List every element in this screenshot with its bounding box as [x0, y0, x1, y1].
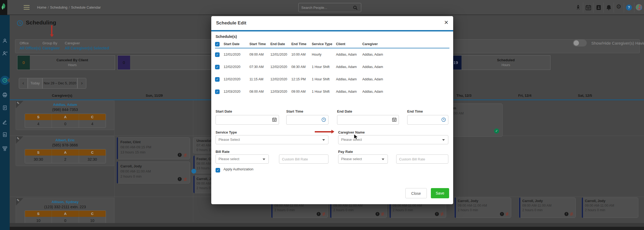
appointment-card[interactable]: Carroll, Jody 09:00 AM-11:00 AM 2 hours …	[116, 161, 190, 184]
calendar-icon[interactable]	[272, 117, 277, 122]
schedules-label: Schedule(s)	[216, 34, 237, 39]
breadcrumb-scheduling[interactable]: Scheduling	[50, 5, 67, 9]
sidebar-item-billing[interactable]	[2, 92, 8, 98]
apply-authorization-checkbox[interactable]: ✓	[216, 168, 220, 172]
end-date-label: End Date	[337, 109, 352, 113]
row-checkbox[interactable]: ✓	[215, 52, 220, 57]
date-range-button[interactable]: Nov 29 – Dec 5, 2020	[42, 78, 77, 89]
cell-service-type: 1 Hour Shift	[312, 65, 336, 69]
card-time: 09:00 AM-11:00 AM	[458, 203, 509, 208]
divider	[614, 2, 614, 13]
stat-col-s: S	[25, 149, 52, 156]
today-button[interactable]: Today	[28, 78, 42, 89]
divider	[583, 2, 583, 13]
show-hide-caregivers-toggle[interactable]	[573, 39, 587, 46]
profile-avatar[interactable]	[635, 4, 642, 11]
repeat-icon	[321, 212, 326, 216]
sidebar-item-signatures[interactable]	[2, 119, 8, 124]
chevron-down-icon	[322, 139, 325, 141]
help-icon[interactable]: ?	[626, 5, 632, 10]
card-accent	[519, 197, 520, 218]
pay-rate-select[interactable]: Please select	[338, 154, 388, 164]
cell-client: Addlas, Adam	[336, 65, 362, 69]
search-input[interactable]	[301, 4, 352, 11]
clock-icon[interactable]	[321, 117, 326, 122]
left-nav-sidebar	[0, 15, 10, 230]
close-icon[interactable]: ×	[444, 18, 448, 27]
schedule-row[interactable]: ✓ 12/03/2020 08:00 AM 12/03/2020 09:00 A…	[215, 85, 449, 98]
office-filter-value[interactable]: All Office(s)	[20, 46, 41, 50]
schedule-row[interactable]: ✓ 12/02/2020 07:30 AM 12/02/2020 08:30 A…	[215, 61, 449, 73]
start-date-input[interactable]	[216, 115, 279, 125]
group-by-filter-label: Group By	[42, 41, 57, 45]
appointment-card[interactable]: Carroll, Jody 09:00 AM-11:00 AM 2 hours …	[581, 197, 638, 218]
stat-col-s: S	[25, 114, 52, 120]
group-by-filter-value[interactable]: Caregiver	[42, 46, 60, 50]
custom-pay-rate-input[interactable]	[396, 154, 448, 164]
cell-start-date: 12/02/2020	[224, 77, 249, 81]
modal-title: Schedule Edit	[216, 20, 246, 26]
summary-value: 0	[118, 56, 130, 70]
pay-rate-value: Please select	[341, 157, 362, 161]
caregiver-name-link[interactable]: Addlas, Adam	[16, 103, 114, 107]
divider	[603, 2, 604, 13]
sidebar-item-reports[interactable]	[2, 132, 8, 137]
card-accent	[582, 197, 583, 218]
end-time-label: End Time	[407, 109, 423, 113]
prev-week-button[interactable]: ‹	[19, 78, 28, 89]
annotation-arrow-right	[315, 130, 336, 134]
save-button[interactable]: Save	[431, 188, 449, 198]
sidebar-item-clients[interactable]	[2, 38, 8, 44]
caregiver-name-link[interactable]: Allison, Sydney	[16, 200, 114, 204]
schedule-row[interactable]: ✓ 12/02/2020 11:15 AM 12/02/2020 12:15 P…	[215, 73, 449, 85]
scheduling-clock-icon	[17, 20, 23, 26]
appointment-card[interactable]: Foster, Clint 08:00 AM-09:15 PM 13 hours…	[116, 137, 190, 159]
col-client: Client	[336, 42, 362, 46]
rocket-icon[interactable]	[575, 5, 581, 10]
next-week-button[interactable]: ›	[77, 78, 86, 89]
sidebar-item-documents[interactable]	[2, 105, 8, 110]
row-checkbox[interactable]: ✓	[215, 77, 220, 82]
breadcrumb-separator: /	[67, 5, 71, 9]
appointment-card[interactable]: Carroll, Jody 09:00 AM-11:00 AM 2 hours …	[454, 197, 511, 218]
row-checkbox[interactable]: ✓	[215, 89, 220, 94]
service-type-select[interactable]: Please Select	[216, 135, 328, 144]
contacts-icon[interactable]	[596, 5, 602, 10]
close-button[interactable]: Close	[405, 188, 427, 198]
menu-toggle-icon[interactable]	[24, 5, 30, 10]
bill-rate-select[interactable]: Please select	[216, 154, 269, 164]
pay-rate-label: Pay Rate	[338, 150, 353, 154]
divider	[624, 2, 624, 13]
select-all-checkbox[interactable]: ✓	[215, 42, 220, 46]
notifications-icon[interactable]	[606, 5, 612, 10]
cell-start-date: 12/01/2020	[224, 53, 249, 56]
modal-header-accent	[211, 30, 453, 31]
caregiver-name-link[interactable]: Albert, Eric	[16, 138, 114, 142]
horizontal-scroll-track[interactable]	[10, 223, 644, 227]
alert-icon: !	[564, 212, 568, 216]
schedule-row[interactable]: ✓ 12/01/2020 09:00 AM 12/01/2020 10:00 A…	[215, 48, 449, 61]
search-icon[interactable]	[353, 5, 358, 10]
day-header-sat: Sat, 12/5	[578, 94, 592, 98]
card-accent	[455, 197, 456, 218]
end-date-input[interactable]	[337, 115, 399, 125]
appointment-card[interactable]: Carroll, Jody 09:00 AM-11:00 AM 2 hours …	[519, 197, 576, 218]
caregiver-filter-value[interactable]: All Caregiver(s) Selected	[65, 46, 109, 50]
custom-bill-rate-input[interactable]	[279, 154, 328, 164]
sidebar-item-scheduling[interactable]	[2, 78, 8, 83]
clock-icon[interactable]	[441, 117, 446, 122]
chevron-down-icon	[382, 159, 384, 160]
calendar-icon[interactable]	[392, 117, 396, 122]
brand-logo[interactable]	[0, 0, 7, 15]
settings-gear-icon[interactable]: ⚙	[616, 4, 622, 10]
sidebar-item-caregivers[interactable]	[2, 51, 8, 56]
card-client: Carroll, Jody	[120, 164, 188, 169]
apply-authorization-label: Apply Authorization	[223, 167, 253, 171]
row-checkbox[interactable]: ✓	[215, 65, 220, 69]
annotation-arrow-down	[50, 25, 54, 38]
breadcrumb-home[interactable]: Home	[37, 5, 46, 9]
calendar-icon[interactable]	[585, 5, 591, 10]
cell-caregiver: Addlas, Adam	[362, 90, 449, 94]
sidebar-item-org-chart[interactable]	[2, 146, 8, 151]
service-type-label: Service Type	[216, 130, 237, 134]
